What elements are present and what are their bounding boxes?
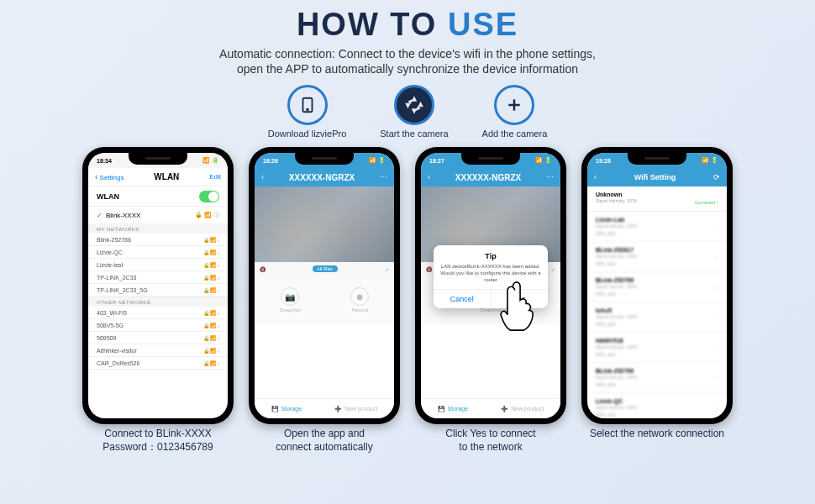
nav-bar: ‹ Settings WLAN Edit (88, 168, 228, 186)
nav-title: XXXXXX-NGRZX (289, 173, 355, 182)
wlan-toggle-row: WLAN (88, 186, 228, 207)
refresh-icon[interactable]: ⟳ (713, 173, 720, 181)
mute-icon[interactable]: 🔇 (426, 266, 432, 272)
nav-bar: ‹ XXXXXX-NGRZX ⋯ (255, 168, 394, 186)
wifi-network-row[interactable]: Lizvie-QCSignal Intensity: 100%›WPA_AES (587, 393, 727, 418)
wifi-network-row[interactable]: TP-LINK_2C33_5G🔒 📶 › (88, 284, 228, 297)
wifi-network-row[interactable]: BLink-252817Signal Intensity: 100%›WPA_A… (587, 242, 727, 272)
subtitle: Automatic connection: Connect to the dev… (0, 46, 815, 76)
bottom-tabs: 💾 Storage ➕ New product (421, 398, 560, 418)
main-title: HOW TO USE (0, 7, 815, 43)
wifi-network-row[interactable]: 403_Wi-Fi5🔒 📶 › (88, 307, 228, 319)
storage-tab[interactable]: 💾 Storage (271, 406, 302, 412)
back-icon[interactable]: ‹ (261, 173, 264, 181)
section-header: MY NETWORKS (88, 223, 228, 234)
phone1: 18:34📶 🔋 ‹ Settings WLAN Edit WLAN ✓Blin… (82, 147, 234, 424)
nav-title: XXXXXX-NGRZX (455, 173, 521, 182)
wifi-network-row[interactable]: Lizvie-LabSignal Intensity: 100%›WPA_AES (587, 212, 727, 242)
wifi-network-row[interactable]: BLink-252799Signal Intensity: 100%›WPA_A… (587, 272, 727, 302)
phone4: 19:28📶 🔋 ‹ Wifi Setting ⟳ Unknown Signal… (581, 147, 733, 424)
dialog-title: Tip (440, 252, 541, 260)
current-network[interactable]: Unknown Signal Intensity: 100%Connected … (587, 186, 727, 212)
resolution-badge[interactable]: Hi Res (313, 265, 338, 272)
storage-tab[interactable]: 💾 Storage (438, 406, 469, 412)
notch (295, 153, 354, 165)
phone4-wrap: 19:28📶 🔋 ‹ Wifi Setting ⟳ Unknown Signal… (581, 147, 733, 454)
phone3: 18:27📶 🔋 ‹ XXXXXX-NGRZX ⋯ 🔇 Hi Res ⤢ 📷Sn… (415, 147, 566, 424)
wifi-network-row[interactable]: HAWV518Signal Intensity: 100%›WPA_AES (587, 333, 727, 363)
phone3-wrap: 18:27📶 🔋 ‹ XXXXXX-NGRZX ⋯ 🔇 Hi Res ⤢ 📷Sn… (415, 147, 566, 454)
phone3-screen: 18:27📶 🔋 ‹ XXXXXX-NGRZX ⋯ 🔇 Hi Res ⤢ 📷Sn… (421, 153, 560, 418)
record-button[interactable]: ⏺Record (350, 287, 369, 312)
wifi-setting-header: ‹ Wifi Setting ⟳ (587, 168, 727, 186)
phone2-wrap: 18:26📶 🔋 ‹ XXXXXX-NGRZX ⋯ 🔇 Hi Res ⤢ 📷Sn… (249, 147, 400, 454)
new-product-tab[interactable]: ➕ New product (501, 406, 544, 412)
tip-dialog: Tip LAN deviceBLink-XXXXXX has been adde… (434, 245, 548, 307)
wifi-network-row[interactable]: Lizvie-QC🔒 📶 › (88, 246, 228, 259)
add-camera-step: Add the camera (482, 85, 548, 139)
wifi-network-row[interactable]: BLink-252790Signal Intensity: 100%›WPA_A… (587, 363, 727, 393)
phone2-screen: 18:26📶 🔋 ‹ XXXXXX-NGRZX ⋯ 🔇 Hi Res ⤢ 📷Sn… (255, 153, 394, 418)
nav-title: WLAN (154, 172, 179, 181)
back-button[interactable]: ‹ Settings (95, 172, 124, 181)
wifi-network-row[interactable]: tuhu5Signal Intensity: 100%›WPA_AES (587, 302, 727, 333)
notch (129, 153, 187, 165)
cancel-button[interactable]: Cancel (434, 290, 492, 308)
yes-button[interactable]: Yes (492, 290, 549, 308)
menu-icon[interactable]: ⋯ (380, 173, 387, 181)
phone4-caption: Select the network connection (590, 428, 724, 441)
phone1-screen: 18:34📶 🔋 ‹ Settings WLAN Edit WLAN ✓Blin… (88, 153, 228, 418)
phone2: 18:26📶 🔋 ‹ XXXXXX-NGRZX ⋯ 🔇 Hi Res ⤢ 📷Sn… (249, 147, 400, 424)
connected-network[interactable]: ✓Blink-XXXX 🔒 📶 ⓘ (88, 207, 228, 223)
fullscreen-icon[interactable]: ⤢ (385, 266, 389, 272)
notch (628, 153, 686, 165)
wifi-network-row[interactable]: CAR_DvRes526🔒 📶 › (88, 357, 228, 370)
phone4-screen: 19:28📶 🔋 ‹ Wifi Setting ⟳ Unknown Signal… (587, 153, 727, 418)
nav-bar: ‹ XXXXXX-NGRZX ⋯ (421, 168, 560, 186)
wifi-network-row[interactable]: Lizvie-test🔒 📶 › (88, 259, 228, 271)
fullscreen-icon[interactable]: ⤢ (551, 266, 555, 272)
phone1-caption: Connect to BLink-XXXX Password：012345678… (103, 428, 213, 454)
start-camera-step: Start the camera (380, 85, 448, 139)
wlan-toggle[interactable] (199, 191, 219, 202)
dialog-message: LAN deviceBLink-XXXXXX has been added. W… (440, 264, 541, 283)
plus-icon (494, 85, 534, 125)
snapshot-button[interactable]: 📷Snapshot (280, 287, 301, 312)
nav-title: Wifi Setting (634, 173, 676, 181)
edit-button[interactable]: Edit (209, 173, 221, 181)
menu-icon[interactable]: ⋯ (546, 173, 554, 181)
wifi-network-row[interactable]: 509509🔒 📶 › (88, 332, 228, 344)
icon-row: Download lizviePro Start the camera Add … (0, 85, 815, 139)
section-header: OTHER NETWORKS (88, 297, 228, 307)
wifi-network-row[interactable]: Blink-252788🔒 📶 › (88, 234, 228, 246)
mute-icon[interactable]: 🔇 (260, 266, 266, 272)
svg-point-1 (307, 109, 308, 111)
camera-actions: 📷Snapshot ⏺Record (255, 276, 394, 324)
back-icon[interactable]: ‹ (594, 173, 597, 181)
camera-preview[interactable] (255, 186, 394, 262)
new-product-tab[interactable]: ➕ New product (334, 406, 377, 412)
phone2-caption: Open the app and connect automatically (276, 428, 372, 454)
phone3-caption: Click Yes to connect to the network (445, 428, 535, 454)
wifi-network-row[interactable]: 508V5-5G🔒 📶 › (88, 319, 228, 332)
download-step: Download lizviePro (268, 85, 347, 139)
bottom-tabs: 💾 Storage ➕ New product (255, 398, 394, 418)
wifi-network-row[interactable]: TP-LINK_2C33🔒 📶 › (88, 271, 228, 284)
notch (461, 153, 520, 165)
download-icon (287, 85, 328, 125)
camera-toolbar: 🔇 Hi Res ⤢ (255, 262, 394, 276)
back-icon[interactable]: ‹ (428, 173, 430, 181)
phone1-wrap: 18:34📶 🔋 ‹ Settings WLAN Edit WLAN ✓Blin… (82, 147, 234, 454)
aperture-icon (394, 85, 434, 125)
wifi-network-row[interactable]: Althinker-visitor🔒 📶 › (88, 344, 228, 357)
phones-row: 18:34📶 🔋 ‹ Settings WLAN Edit WLAN ✓Blin… (0, 147, 815, 454)
